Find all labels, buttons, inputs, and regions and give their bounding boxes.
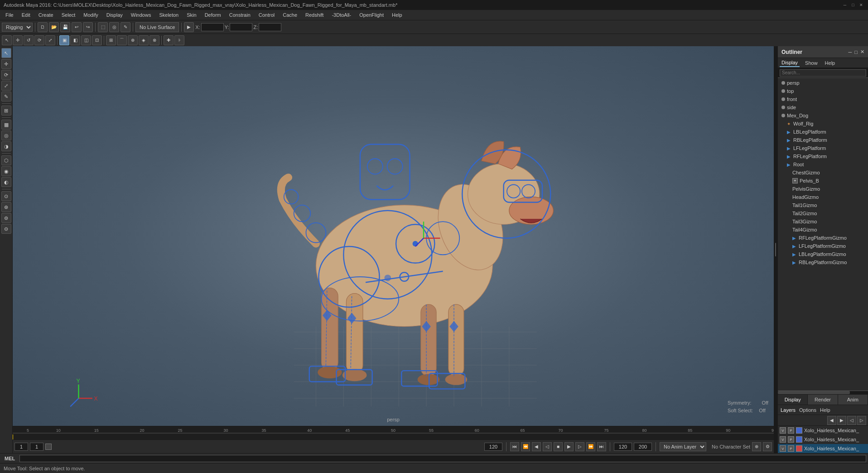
start-frame-input[interactable]: [30, 443, 43, 451]
menu-file[interactable]: File: [2, 11, 17, 19]
menu-windows[interactable]: Windows: [127, 11, 155, 19]
extra4-btn[interactable]: ⊝: [1, 224, 11, 234]
play-back-btn[interactable]: ◁: [543, 442, 552, 451]
menu-select[interactable]: Select: [58, 11, 79, 19]
outliner-tab-show[interactable]: Show: [803, 59, 820, 67]
menu-display[interactable]: Display: [103, 11, 126, 19]
ol-rbleg[interactable]: ▶ RBLegPlatform: [778, 136, 868, 144]
menu-modify[interactable]: Modify: [80, 11, 101, 19]
select-mode-face[interactable]: ◧: [70, 35, 80, 45]
ol-tail2[interactable]: Tail2Gizmo: [778, 209, 868, 217]
menu-cache[interactable]: Cache: [279, 11, 301, 19]
paint-tool[interactable]: ✎: [121, 22, 130, 32]
layer-p-1[interactable]: P: [788, 427, 794, 434]
lasso-tool[interactable]: ◎: [109, 22, 119, 32]
display-wire-btn[interactable]: ⬡: [1, 155, 11, 165]
select-mode-edge[interactable]: ◫: [81, 35, 91, 45]
outliner-search-input[interactable]: [780, 69, 866, 77]
show-manip-btn[interactable]: ⊞: [1, 106, 11, 116]
orbit-tool[interactable]: ↺: [24, 35, 34, 45]
snap-grid[interactable]: ⊞: [106, 35, 116, 45]
play-fwd-btn[interactable]: ▶: [564, 442, 574, 451]
layers-tab-layers[interactable]: Layers: [781, 407, 796, 413]
render-region-btn[interactable]: ▦: [1, 120, 11, 130]
mel-input[interactable]: [19, 455, 866, 462]
ol-front[interactable]: front: [778, 95, 868, 103]
anim-layer-select[interactable]: No Anim Layer: [660, 442, 706, 451]
paint-lt-btn[interactable]: ✎: [1, 92, 11, 101]
new-file-button[interactable]: 🗋: [38, 22, 48, 32]
prev-key-btn[interactable]: ⏪: [521, 442, 530, 451]
ol-rfleg[interactable]: ▶ RFLegPlatform: [778, 152, 868, 160]
rotate-lt-btn[interactable]: ⟳: [1, 70, 11, 80]
layers-tab-options[interactable]: Options: [799, 407, 816, 413]
display-smooth-btn[interactable]: ◉: [1, 166, 11, 176]
soft-select-btn[interactable]: ◑: [1, 141, 11, 151]
menu-redshift[interactable]: Redshift: [302, 11, 327, 19]
char-set-btn[interactable]: ⊕: [752, 442, 761, 451]
minimize-button[interactable]: ─: [842, 2, 848, 8]
snap-point[interactable]: ⊕: [128, 35, 138, 45]
layer-v-3[interactable]: V: [780, 445, 786, 452]
scale-tool[interactable]: ⤢: [45, 35, 55, 45]
dra-tab-render[interactable]: Render: [808, 395, 838, 405]
next-key-btn[interactable]: ⏩: [586, 442, 595, 451]
outliner-tab-display[interactable]: Display: [780, 59, 800, 67]
close-button[interactable]: ✕: [858, 2, 864, 8]
menu-skin[interactable]: Skin: [183, 11, 200, 19]
layer-move-up-btn[interactable]: ◀: [827, 416, 836, 425]
snap-curve[interactable]: ⌒: [117, 35, 127, 45]
timeline-ruler[interactable]: 5 10 15 20 25 30 35 40 45 50: [13, 426, 774, 439]
time-ruler[interactable]: 5 10 15 20 25 30 35 40 45 50: [13, 426, 774, 439]
range-start-input[interactable]: [614, 443, 632, 451]
outliner-tab-help[interactable]: Help: [823, 59, 837, 67]
ol-wolfrig[interactable]: ✦ Wolf_Rig: [778, 120, 868, 128]
menu-deform[interactable]: Deform: [201, 11, 225, 19]
ol-tail3[interactable]: Tail3Gizmo: [778, 217, 868, 226]
z-input[interactable]: [259, 23, 281, 31]
next-frame-btn[interactable]: ▷: [575, 442, 584, 451]
render-btn[interactable]: ▶: [184, 22, 194, 32]
ol-tail1[interactable]: Tail1Gizmo: [778, 201, 868, 209]
snap-live-btn[interactable]: ◎: [1, 130, 11, 140]
go-start-btn[interactable]: ⏮: [510, 442, 519, 451]
outliner-close[interactable]: ✕: [860, 49, 864, 55]
layer-v-1[interactable]: V: [780, 427, 786, 434]
extra2-btn[interactable]: ⊛: [1, 202, 11, 212]
dra-tab-display[interactable]: Display: [778, 395, 808, 405]
move-lt-btn[interactable]: ✛: [1, 59, 11, 69]
ol-headgizmo[interactable]: HeadGizmo: [778, 193, 868, 201]
layer-p-2[interactable]: P: [788, 436, 794, 443]
layer-move-down-btn[interactable]: ▶: [837, 416, 846, 425]
ol-tail4[interactable]: Tail4Gizmo: [778, 226, 868, 234]
x-input[interactable]: [201, 23, 224, 31]
go-end-btn[interactable]: ⏭: [597, 442, 606, 451]
maximize-button[interactable]: □: [850, 2, 856, 8]
end-frame-input[interactable]: [484, 443, 502, 451]
range-end-input[interactable]: [634, 443, 652, 451]
layers-tab-help[interactable]: Help: [820, 407, 830, 413]
display-flat-btn[interactable]: ◐: [1, 177, 11, 187]
ol-persp[interactable]: persp: [778, 79, 868, 87]
cross-btn[interactable]: ⊦: [174, 35, 184, 45]
move-tool[interactable]: ✛: [13, 35, 23, 45]
menu-edit[interactable]: Edit: [18, 11, 34, 19]
select-tool[interactable]: ⬚: [98, 22, 108, 32]
no-live-surface-button[interactable]: No Live Surface: [135, 22, 179, 32]
menu-help[interactable]: Help: [388, 11, 406, 19]
menu-constrain[interactable]: Constrain: [226, 11, 254, 19]
outliner-maximize[interactable]: □: [854, 49, 858, 55]
ol-lfleg[interactable]: ▶ LFLegPlatform: [778, 144, 868, 152]
viewport-area[interactable]: View Shading Lighting Show Renderer Pane…: [13, 46, 774, 426]
ol-lbleg[interactable]: ▶ LBLegPlatform: [778, 128, 868, 136]
ol-rflegplatgizmo[interactable]: ▶ RFLegPlatformGizmo: [778, 234, 868, 242]
ol-lflegplatgizmo[interactable]: ▶ LFLegPlatformGizmo: [778, 242, 868, 250]
menu-3dtoall[interactable]: -3DtoAll-: [328, 11, 355, 19]
right-panel-resize[interactable]: [774, 46, 777, 453]
stop-btn[interactable]: ■: [554, 442, 563, 451]
menu-openflight[interactable]: OpenFlight: [356, 11, 387, 19]
layer-more-btn[interactable]: ▷: [857, 416, 866, 425]
plus-btn[interactable]: ✚: [164, 35, 174, 45]
ol-rblegplatgizmo[interactable]: ▶ RBLegPlatformGizmo: [778, 258, 868, 266]
save-file-button[interactable]: 💾: [60, 22, 70, 32]
